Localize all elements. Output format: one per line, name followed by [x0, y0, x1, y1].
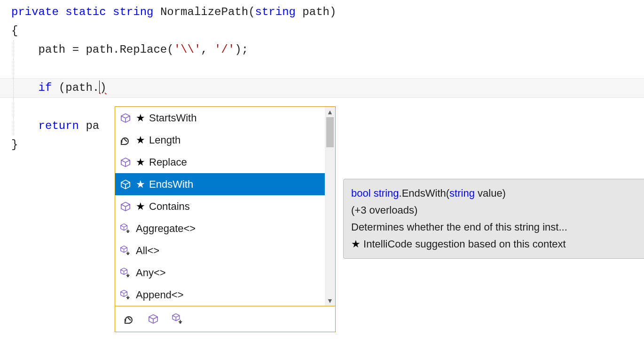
comma: ,: [201, 40, 207, 59]
filter-method-icon[interactable]: [148, 314, 158, 324]
completion-item-label: StartsWith: [149, 112, 331, 124]
keyword: string: [449, 187, 475, 199]
completion-item-label: Any<>: [136, 267, 331, 279]
method-icon: [120, 113, 131, 123]
code-line[interactable]: {: [0, 22, 644, 40]
scrollbar[interactable]: ▲ ▼: [325, 107, 335, 306]
star-icon: ★: [136, 156, 145, 168]
keyword: if: [39, 79, 52, 97]
completion-item-label: EndsWith: [149, 178, 331, 191]
brace: {: [11, 22, 18, 40]
completion-popup[interactable]: ★StartsWith★Length★Replace★EndsWith★Cont…: [115, 106, 336, 332]
completion-item[interactable]: ★StartsWith: [115, 107, 335, 129]
dot: .: [93, 79, 99, 97]
paren: (: [59, 79, 65, 97]
completion-item[interactable]: ★Replace: [115, 151, 335, 173]
scroll-up-button[interactable]: ▲: [325, 107, 335, 117]
identifier: pa: [86, 117, 99, 136]
completion-item[interactable]: All<>: [115, 239, 335, 262]
completion-item-label: Length: [149, 134, 331, 146]
brace: }: [11, 136, 18, 154]
star-icon: ★: [136, 112, 145, 124]
scroll-track[interactable]: [325, 117, 335, 295]
star-icon: ★: [136, 200, 145, 213]
extension-method-icon: [120, 245, 131, 257]
identifier: path: [39, 40, 66, 59]
indent-guide: [13, 79, 14, 97]
completion-item-label: Append<>: [136, 289, 331, 301]
identifier: path: [86, 40, 113, 59]
string-literal: '/': [214, 40, 235, 59]
code-line[interactable]: path = path.Replace('\\', '/');: [0, 40, 644, 59]
string-literal: '\\': [174, 40, 201, 59]
completion-item[interactable]: Any<>: [115, 262, 335, 284]
scroll-thumb[interactable]: [326, 117, 334, 147]
keyword: string: [374, 187, 399, 199]
extension-method-icon: [120, 289, 131, 301]
code-line-current[interactable]: if (path.): [0, 78, 644, 98]
completion-item[interactable]: Aggregate<>: [115, 217, 335, 239]
keyword: return: [39, 117, 79, 136]
completion-item[interactable]: ★EndsWith: [115, 173, 335, 195]
signature-tooltip: bool string.EndsWith(string value) (+3 o…: [343, 179, 644, 259]
method-name: .EndsWith(: [399, 187, 450, 199]
filter-extension-icon[interactable]: [172, 313, 184, 325]
completion-item-label: Contains: [149, 200, 331, 213]
method-icon: [120, 157, 131, 168]
keyword: string: [113, 3, 153, 22]
completion-item-label: Aggregate<>: [136, 223, 331, 235]
param: path: [302, 3, 330, 22]
indent-guide: [13, 117, 14, 136]
method-icon: [120, 201, 131, 212]
completion-item[interactable]: ★Contains: [115, 195, 335, 217]
code-line-blank[interactable]: [0, 59, 644, 78]
completion-list[interactable]: ★StartsWith★Length★Replace★EndsWith★Cont…: [115, 107, 335, 306]
completion-item-label: All<>: [136, 245, 331, 257]
keyword: string: [255, 3, 296, 22]
star-icon: ★: [136, 134, 145, 146]
method-name: NormalizePath: [160, 3, 248, 22]
tooltip-description: Determines whether the end of this strin…: [351, 219, 643, 236]
code-line[interactable]: private static string NormalizePath(stri…: [0, 3, 644, 22]
tooltip-intellicode-text: IntelliCode suggestion based on this con…: [361, 238, 566, 250]
star-icon: ★: [136, 178, 145, 191]
keyword: private: [11, 3, 59, 22]
operator: =: [72, 40, 79, 59]
completion-item[interactable]: Append<>: [115, 284, 335, 306]
completion-item[interactable]: ★Length: [115, 129, 335, 151]
keyword: static: [65, 3, 106, 22]
tooltip-intellicode: ★ IntelliCode suggestion based on this c…: [351, 236, 643, 253]
method-icon: [120, 179, 131, 190]
filter-property-icon[interactable]: [124, 313, 135, 325]
indent-guide: [13, 40, 14, 59]
completion-item-label: Replace: [149, 156, 331, 168]
scroll-down-button[interactable]: ▼: [325, 295, 335, 306]
error-squiggle: ): [100, 79, 106, 97]
star-icon: ★: [351, 238, 361, 250]
keyword: bool: [351, 187, 371, 199]
method-call: Replace: [119, 40, 167, 59]
tooltip-signature: bool string.EndsWith(string value): [351, 185, 643, 202]
extension-method-icon: [120, 223, 131, 235]
param: value): [475, 187, 506, 199]
extension-method-icon: [120, 267, 131, 279]
tooltip-overloads: (+3 overloads): [351, 202, 643, 219]
indent-guide: [13, 98, 14, 117]
completion-filter-bar[interactable]: [115, 306, 335, 332]
indent-guide: [13, 59, 14, 78]
wrench-icon: [120, 135, 131, 146]
identifier: path: [65, 79, 93, 97]
